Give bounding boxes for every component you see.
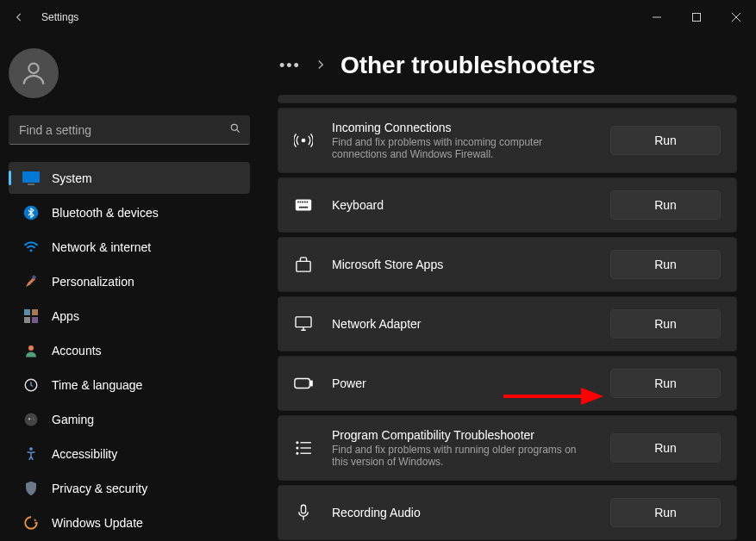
svg-rect-23 — [300, 202, 302, 203]
troubleshooter-title: Power — [332, 376, 610, 390]
list-icon — [294, 441, 313, 455]
svg-point-5 — [231, 124, 237, 130]
window-controls — [637, 4, 756, 30]
troubleshooter-title: Network Adapter — [332, 317, 610, 331]
apps-icon — [22, 308, 40, 325]
avatar[interactable] — [9, 48, 59, 98]
chevron-right-icon — [316, 58, 325, 73]
gaming-icon — [22, 411, 40, 428]
sidebar-item-personalization[interactable]: Personalization — [9, 265, 250, 297]
troubleshooter-title: Incoming Connections — [332, 121, 610, 134]
svg-point-20 — [302, 139, 304, 141]
sidebar-item-gaming[interactable]: Gaming — [9, 403, 250, 435]
accessibility-icon — [22, 445, 40, 463]
search-input[interactable] — [9, 115, 250, 145]
microphone-icon — [294, 504, 313, 521]
svg-line-6 — [237, 130, 240, 133]
sidebar-item-accessibility[interactable]: Accessibility — [9, 438, 250, 469]
radio-waves-icon — [294, 133, 313, 148]
account-icon — [22, 342, 40, 359]
svg-rect-13 — [32, 309, 38, 315]
sidebar-item-update[interactable]: Windows Update — [9, 507, 250, 538]
troubleshooter-desc: Find and fix problems with running older… — [332, 444, 590, 468]
svg-rect-27 — [299, 207, 309, 208]
troubleshooter-keyboard: Keyboard Run — [278, 177, 737, 233]
troubleshooter-power: Power Run — [278, 356, 737, 411]
svg-rect-7 — [22, 171, 40, 183]
svg-rect-28 — [297, 261, 310, 271]
svg-rect-22 — [297, 202, 299, 203]
wifi-icon — [22, 239, 40, 256]
minimize-button[interactable] — [637, 4, 677, 30]
svg-point-18 — [25, 413, 38, 426]
sidebar-item-label: Windows Update — [52, 516, 143, 530]
run-button[interactable]: Run — [610, 369, 721, 398]
breadcrumb: ••• Other troubleshooters — [279, 52, 735, 79]
troubleshooter-title: Keyboard — [332, 198, 610, 212]
sidebar-item-privacy[interactable]: Privacy & security — [9, 472, 250, 504]
troubleshooter-store-apps: Microsoft Store Apps Run — [278, 237, 737, 292]
svg-point-37 — [297, 452, 298, 454]
run-button[interactable]: Run — [610, 498, 721, 527]
svg-rect-12 — [24, 309, 30, 315]
sidebar-item-label: Personalization — [52, 275, 134, 289]
sidebar-item-label: System — [52, 171, 92, 185]
search-icon — [229, 122, 241, 138]
troubleshooter-incoming-connections: Incoming Connections Find and fix proble… — [278, 108, 737, 173]
svg-point-4 — [28, 64, 38, 73]
shield-icon — [22, 480, 40, 497]
sidebar-item-label: Network & internet — [52, 240, 151, 254]
svg-point-36 — [297, 447, 298, 449]
troubleshooter-program-compat: Program Compatibility Troubleshooter Fin… — [278, 415, 737, 481]
update-icon — [22, 514, 40, 532]
sidebar-item-label: Privacy & security — [52, 482, 147, 495]
svg-rect-1 — [693, 14, 701, 22]
partial-row — [278, 95, 737, 103]
sidebar-item-accounts[interactable]: Accounts — [9, 334, 250, 366]
bluetooth-icon — [22, 204, 40, 221]
sidebar-item-bluetooth[interactable]: Bluetooth & devices — [9, 196, 250, 228]
sidebar-item-network[interactable]: Network & internet — [9, 231, 250, 263]
sidebar-item-label: Accessibility — [52, 447, 117, 461]
svg-rect-30 — [295, 379, 309, 389]
sidebar-item-label: Apps — [52, 309, 79, 323]
selection-indicator — [9, 171, 11, 185]
run-button[interactable]: Run — [610, 126, 721, 155]
app-title: Settings — [41, 11, 78, 23]
store-icon — [294, 257, 313, 272]
system-icon — [22, 170, 40, 187]
run-button[interactable]: Run — [610, 433, 721, 463]
troubleshooter-desc: Find and fix problems with incoming comp… — [332, 136, 590, 160]
svg-rect-8 — [28, 183, 34, 185]
sidebar-item-label: Accounts — [52, 344, 102, 358]
back-button[interactable] — [12, 10, 26, 24]
sidebar-item-system[interactable]: System — [9, 162, 250, 194]
brush-icon — [22, 273, 40, 290]
page-title: Other troubleshooters — [341, 52, 596, 79]
svg-point-10 — [30, 249, 33, 252]
close-button[interactable] — [716, 4, 756, 30]
run-button[interactable]: Run — [610, 309, 721, 339]
sidebar-item-label: Gaming — [52, 413, 94, 426]
maximize-button[interactable] — [677, 4, 716, 30]
troubleshooter-network-adapter: Network Adapter Run — [278, 296, 737, 351]
search-box[interactable] — [9, 115, 250, 145]
monitor-icon — [294, 316, 313, 332]
svg-rect-31 — [310, 381, 312, 386]
main-content: ••• Other troubleshooters Incoming Conne… — [259, 34, 756, 541]
sidebar-item-time[interactable]: Time & language — [9, 369, 250, 401]
title-bar: Settings — [0, 0, 756, 34]
troubleshooter-recording-audio: Recording Audio Run — [278, 485, 737, 540]
breadcrumb-more[interactable]: ••• — [279, 57, 301, 75]
keyboard-icon — [294, 199, 313, 211]
run-button[interactable]: Run — [610, 250, 721, 279]
sidebar-item-apps[interactable]: Apps — [9, 300, 250, 332]
run-button[interactable]: Run — [610, 190, 721, 220]
sidebar-item-label: Time & language — [52, 378, 142, 392]
svg-rect-15 — [32, 317, 38, 323]
battery-icon — [294, 377, 313, 389]
svg-rect-21 — [296, 199, 311, 210]
svg-point-19 — [29, 447, 33, 451]
svg-rect-26 — [307, 202, 309, 203]
troubleshooter-title: Microsoft Store Apps — [332, 258, 610, 271]
